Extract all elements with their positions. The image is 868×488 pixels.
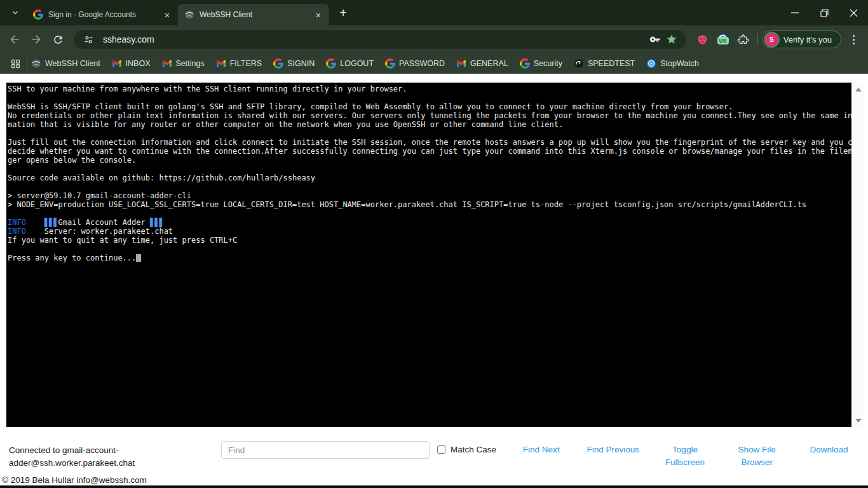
bookmark-label: Security — [534, 59, 562, 68]
gmail-icon — [456, 58, 466, 69]
scroll-up-icon[interactable] — [853, 84, 864, 95]
extensions-puzzle-icon[interactable] — [733, 29, 754, 50]
google-g-icon — [326, 58, 336, 69]
link-show-file-browser[interactable]: Show File Browser — [721, 444, 793, 469]
minimize-button[interactable] — [780, 0, 810, 25]
back-button[interactable] — [4, 29, 25, 50]
connection-status: Connected to gmail-account-adder@ssh.wor… — [9, 444, 168, 470]
tab-title: Sign in - Google Accounts — [48, 10, 161, 19]
bookmark-label: WebSSH Client — [45, 59, 100, 68]
bookmark-star-icon[interactable] — [663, 31, 680, 48]
bookmark-general[interactable]: GENERAL — [456, 58, 508, 69]
stopwatch-icon — [646, 58, 656, 69]
terminal-line — [8, 165, 851, 173]
link-find-next[interactable]: Find Next — [505, 444, 577, 469]
tab-close-icon[interactable]: × — [313, 9, 324, 20]
terminal-line — [8, 129, 851, 138]
terminal-output[interactable]: SSH to your machine from anywhere with t… — [6, 83, 851, 427]
bookmark-label: SIGNIN — [287, 59, 315, 68]
bookmark-signin[interactable]: SIGNIN — [273, 58, 315, 69]
bookmark-label: INBOX — [126, 59, 151, 68]
link-find-previous[interactable]: Find Previous — [577, 444, 649, 469]
bookmark-settings[interactable]: Settings — [162, 58, 205, 69]
toolbar-divider — [757, 34, 758, 45]
terminal-line: INFO Server: worker.parakeet.chat — [8, 227, 851, 236]
google-g-icon — [520, 58, 530, 69]
tab-google-signin[interactable]: Sign in - Google Accounts × — [27, 4, 178, 25]
terminal-line — [8, 245, 851, 254]
terminal-line: decide whether you want to continue with… — [8, 147, 851, 156]
bookmark-label: StopWatch — [660, 59, 699, 68]
mask-extension-icon[interactable] — [693, 29, 713, 50]
terminal-line: mation that is visible for any router or… — [8, 120, 851, 129]
link-toggle-fullscreen[interactable]: Toggle Fullscreen — [649, 444, 721, 469]
terminal-line: ger opens below the console. — [8, 156, 851, 165]
scroll-down-icon[interactable] — [853, 415, 864, 426]
reload-icon — [52, 34, 64, 46]
bookmark-filters[interactable]: FILTERS — [216, 58, 262, 69]
address-bar[interactable]: ssheasy.com — [74, 30, 686, 49]
tune-icon[interactable] — [80, 31, 97, 48]
bottom-bar — [0, 485, 868, 488]
verify-label: Verify it's you — [783, 35, 832, 44]
bookmark-inbox[interactable]: INBOX — [112, 58, 151, 69]
bookmark-logout[interactable]: LOGOUT — [326, 58, 374, 69]
tab-close-icon[interactable]: × — [161, 9, 173, 20]
terminal-action-links: Find NextFind PreviousToggle FullscreenS… — [505, 444, 865, 469]
gmail-icon — [216, 58, 226, 69]
bookmark-label: GENERAL — [470, 59, 508, 68]
bookmark-password[interactable]: PASSWORD — [385, 58, 445, 69]
avatar: S — [765, 33, 778, 46]
bookmark-label: LOGOUT — [340, 59, 374, 68]
link-download[interactable]: Download — [793, 444, 865, 469]
terminal-line: > server@59.10.7 gmail-account-adder-cli — [8, 191, 851, 200]
speedometer-icon — [574, 58, 584, 69]
terminal-line — [8, 93, 851, 102]
new-tab-button[interactable]: + — [334, 4, 352, 22]
apps-grid-icon[interactable] — [8, 56, 23, 71]
bookmarks-bar: WebSSH Client INBOX Settings FILTERS SIG… — [0, 53, 868, 74]
terminal-line — [8, 182, 851, 191]
bookmark-label: PASSWORD — [399, 59, 445, 68]
bookmark-security[interactable]: Security — [520, 58, 562, 69]
bookmark-stopwatch[interactable]: StopWatch — [646, 58, 699, 69]
close-button[interactable] — [839, 0, 868, 25]
globe-favicon — [184, 10, 194, 20]
tab-title: WebSSH Client — [200, 10, 313, 19]
bookmarks-list: WebSSH Client INBOX Settings FILTERS SIG… — [31, 58, 710, 69]
reload-button[interactable] — [47, 29, 69, 50]
google-g-icon — [385, 58, 395, 69]
match-case-label: Match Case — [451, 445, 496, 454]
browser-toolbar: ssheasy.com US S Verify it's you — [0, 25, 868, 53]
terminal-line: Just fill out the connection information… — [8, 138, 851, 147]
match-case-option: Match Case — [437, 445, 496, 454]
back-arrow-icon — [8, 33, 21, 46]
globe-icon — [31, 58, 41, 69]
tab-search-button[interactable] — [6, 4, 24, 22]
bookmark-label: SPEEDTEST — [588, 59, 635, 68]
forward-arrow-icon — [30, 33, 43, 46]
restore-button[interactable] — [810, 0, 839, 25]
menu-kebab-icon[interactable] — [844, 30, 863, 49]
vpn-extension-icon[interactable]: US — [713, 29, 733, 50]
terminal-line: If you want to quit at any time, just pr… — [8, 236, 851, 245]
tab-webssh-client[interactable]: WebSSH Client × — [178, 4, 329, 25]
copyright-text: © 2019 Bela Hullar info@webssh.com — [2, 475, 147, 485]
bookmark-label: FILTERS — [230, 59, 262, 68]
bookmarks-divider — [27, 58, 27, 69]
terminal-scrollbar[interactable] — [853, 83, 864, 427]
terminal-line — [8, 209, 851, 218]
find-input[interactable] — [221, 441, 430, 459]
terminal-line: Press any key to continue... — [8, 254, 851, 262]
terminal-line: WebSSH is SSH/SFTP client built on golan… — [8, 102, 851, 111]
match-case-checkbox[interactable] — [437, 445, 445, 454]
google-g-icon — [273, 58, 283, 69]
bookmark-webssh-client[interactable]: WebSSH Client — [31, 58, 100, 69]
forward-button[interactable] — [25, 29, 47, 50]
bookmark-speedtest[interactable]: SPEEDTEST — [574, 58, 635, 69]
url-text[interactable]: ssheasy.com — [103, 34, 647, 44]
terminal-line: SSH to your machine from anywhere with t… — [8, 85, 851, 93]
terminal-line: Source code available on github: https:/… — [8, 173, 851, 182]
profile-verify-button[interactable]: S Verify it's you — [762, 30, 841, 48]
key-icon[interactable] — [647, 31, 663, 48]
